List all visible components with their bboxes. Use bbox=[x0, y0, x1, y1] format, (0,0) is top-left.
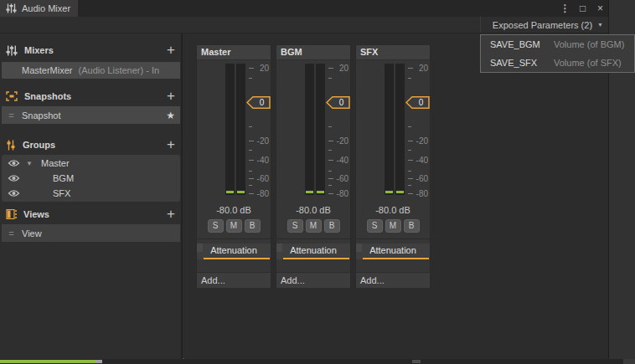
scale-label: -20 bbox=[337, 136, 348, 146]
kebab-menu-icon[interactable]: ⋮ bbox=[559, 3, 571, 14]
scale-label: -60 bbox=[416, 174, 428, 183]
group-row-sfx[interactable]: SFX bbox=[2, 186, 180, 201]
mixer-item-mastermixer[interactable]: MasterMixer (Audio Listener) - In bbox=[2, 62, 180, 79]
vu-meter-level bbox=[396, 191, 404, 193]
exposed-parameter-row[interactable]: SAVE_BGM Volume (of BGM) bbox=[481, 35, 634, 54]
eye-icon[interactable] bbox=[8, 159, 20, 167]
scale-label: -60 bbox=[337, 174, 348, 183]
smb-buttons: S M B bbox=[197, 219, 271, 233]
vu-meter-level bbox=[226, 191, 234, 193]
solo-button[interactable]: S bbox=[208, 219, 224, 233]
tab-audio-mixer[interactable]: Audio Mixer bbox=[0, 0, 78, 17]
strip-title[interactable]: Master bbox=[197, 45, 271, 60]
close-icon[interactable]: × bbox=[594, 3, 607, 14]
add-effect-button[interactable]: Add... bbox=[276, 272, 350, 288]
group-row-master[interactable]: ▼ Master bbox=[2, 156, 180, 171]
mute-button[interactable]: M bbox=[385, 219, 401, 233]
scale-label: -80 bbox=[416, 189, 428, 198]
vu-meter-left bbox=[385, 64, 394, 195]
tab-bar: Audio Mixer ⋮ □ × bbox=[0, 0, 608, 17]
add-snapshot-button[interactable]: + bbox=[163, 89, 178, 104]
effect-slot-attenuation[interactable]: Attenuation bbox=[356, 244, 430, 259]
effect-color-bar bbox=[204, 258, 270, 259]
view-name: View bbox=[22, 228, 42, 238]
meter-zone: 20 -20 -40 -60 -80 0 bbox=[197, 61, 271, 197]
drag-handle-icon: = bbox=[7, 228, 16, 238]
add-view-button[interactable]: + bbox=[163, 207, 178, 222]
exposed-parameters-button[interactable]: Exposed Parameters (2) ▼ bbox=[491, 17, 605, 33]
strip-title[interactable]: BGM bbox=[276, 45, 350, 60]
channel-strips-area: Master 20 -20 -40 -60 -80 bbox=[184, 33, 608, 359]
group-name: SFX bbox=[53, 188, 70, 198]
fader-value: 0 bbox=[412, 96, 430, 109]
bottom-scrollbar-strip bbox=[0, 359, 635, 364]
meter-scale-ticks bbox=[408, 61, 415, 197]
views-section-header: Views + bbox=[6, 206, 178, 223]
channel-strip-master: Master 20 -20 -40 -60 -80 bbox=[196, 44, 271, 288]
group-row-bgm[interactable]: BGM bbox=[2, 171, 180, 186]
add-mixer-button[interactable]: + bbox=[163, 43, 178, 58]
volume-fader-handle[interactable]: 0 bbox=[246, 96, 271, 109]
exposed-parameters-popup: SAVE_BGM Volume (of BGM) SAVE_SFX Volume… bbox=[480, 34, 635, 73]
parameter-target: Volume (of SFX) bbox=[554, 54, 622, 72]
snapshots-section-header: Snapshots + bbox=[6, 88, 178, 105]
scrollbar-notch bbox=[412, 360, 421, 363]
mixers-section-header: Mixers + bbox=[6, 42, 178, 59]
vu-meter-right bbox=[395, 64, 405, 195]
bypass-button[interactable]: B bbox=[324, 219, 340, 233]
exposed-parameter-row[interactable]: SAVE_SFX Volume (of SFX) bbox=[481, 54, 634, 72]
strip-divider bbox=[197, 238, 271, 239]
view-item[interactable]: = View bbox=[2, 224, 180, 242]
eye-icon[interactable] bbox=[8, 174, 20, 182]
mixer-icon bbox=[6, 3, 17, 13]
parameter-name: SAVE_SFX bbox=[490, 54, 554, 72]
mixer-suffix: (Audio Listener) - In bbox=[79, 65, 160, 75]
maximize-icon[interactable]: □ bbox=[576, 3, 589, 14]
views-title: Views bbox=[23, 209, 49, 219]
bypass-button[interactable]: B bbox=[404, 219, 420, 233]
solo-button[interactable]: S bbox=[367, 219, 383, 233]
mute-button[interactable]: M bbox=[226, 219, 242, 233]
vu-meter-right bbox=[316, 64, 325, 195]
snapshots-icon bbox=[6, 91, 18, 101]
smb-buttons: S M B bbox=[356, 219, 430, 233]
vu-meter-right bbox=[236, 64, 245, 195]
add-group-button[interactable]: + bbox=[163, 137, 178, 152]
strip-divider bbox=[276, 238, 350, 239]
volume-fader-handle[interactable]: 0 bbox=[405, 96, 430, 109]
db-readout: -80.0 dB bbox=[197, 205, 271, 215]
foldout-caret-icon[interactable]: ▼ bbox=[26, 160, 35, 167]
exposed-parameters-label: Exposed Parameters (2) bbox=[493, 20, 592, 30]
scale-label: 20 bbox=[260, 64, 269, 73]
green-progress-bar bbox=[0, 360, 96, 363]
eye-icon[interactable] bbox=[8, 189, 20, 197]
add-effect-button[interactable]: Add... bbox=[197, 272, 271, 288]
strip-title[interactable]: SFX bbox=[356, 45, 430, 60]
effect-slot-attenuation[interactable]: Attenuation bbox=[276, 244, 350, 259]
snapshot-item[interactable]: = Snapshot ★ bbox=[2, 106, 180, 124]
volume-fader-handle[interactable]: 0 bbox=[326, 96, 350, 109]
add-effect-button[interactable]: Add... bbox=[356, 272, 430, 288]
groups-title: Groups bbox=[23, 140, 55, 150]
parameter-name: SAVE_BGM bbox=[490, 35, 554, 54]
meter-zone: 20 -20 -40 -60 -80 0 bbox=[276, 61, 350, 197]
mute-button[interactable]: M bbox=[306, 219, 322, 233]
vu-meter-level bbox=[317, 191, 324, 193]
scrollbar-thumb[interactable] bbox=[96, 360, 102, 363]
solo-button[interactable]: S bbox=[287, 219, 303, 233]
scale-label: -60 bbox=[257, 174, 269, 183]
group-name: BGM bbox=[53, 173, 74, 183]
snapshot-name: Snapshot bbox=[22, 110, 60, 120]
vu-meter-level bbox=[306, 191, 313, 193]
star-icon[interactable]: ★ bbox=[166, 110, 175, 121]
bypass-button[interactable]: B bbox=[245, 219, 261, 233]
scale-label: -80 bbox=[257, 189, 269, 198]
channel-strip-sfx: SFX 20 -20 -40 -60 -80 bbox=[355, 44, 431, 288]
effect-name: Attenuation bbox=[369, 245, 416, 255]
effect-slot-attenuation[interactable]: Attenuation bbox=[197, 244, 271, 259]
db-readout: -80.0 dB bbox=[276, 205, 350, 215]
window-controls: ⋮ □ × bbox=[559, 0, 607, 17]
scale-label: -20 bbox=[257, 136, 269, 146]
vu-meter-level bbox=[385, 191, 393, 193]
effect-name: Attenuation bbox=[210, 245, 257, 255]
